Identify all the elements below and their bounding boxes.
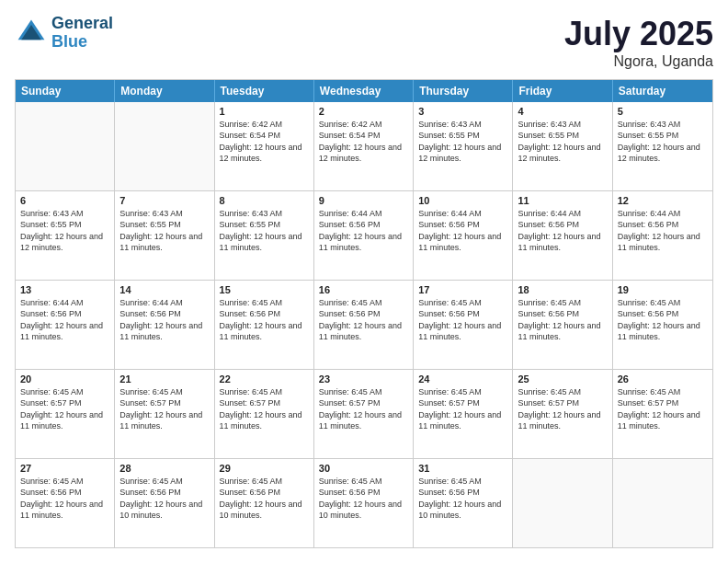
calendar-cell: 4Sunrise: 6:43 AMSunset: 6:55 PMDaylight… bbox=[513, 102, 612, 190]
calendar-cell: 10Sunrise: 6:44 AMSunset: 6:56 PMDayligh… bbox=[414, 191, 513, 280]
day-info: Sunrise: 6:43 AMSunset: 6:55 PMDaylight:… bbox=[618, 119, 708, 164]
calendar-cell: 21Sunrise: 6:45 AMSunset: 6:57 PMDayligh… bbox=[115, 370, 214, 458]
day-info: Sunrise: 6:45 AMSunset: 6:57 PMDaylight:… bbox=[220, 386, 309, 431]
day-number: 16 bbox=[319, 283, 408, 296]
calendar-cell: 8Sunrise: 6:43 AMSunset: 6:55 PMDaylight… bbox=[215, 191, 314, 280]
day-info: Sunrise: 6:45 AMSunset: 6:57 PMDaylight:… bbox=[518, 386, 607, 431]
calendar-header: SundayMondayTuesdayWednesdayThursdayFrid… bbox=[16, 80, 712, 102]
day-info: Sunrise: 6:43 AMSunset: 6:55 PMDaylight:… bbox=[20, 208, 109, 253]
calendar-cell bbox=[613, 459, 712, 547]
day-number: 6 bbox=[20, 194, 109, 207]
calendar-cell: 3Sunrise: 6:43 AMSunset: 6:55 PMDaylight… bbox=[414, 102, 513, 190]
calendar-cell: 2Sunrise: 6:42 AMSunset: 6:54 PMDaylight… bbox=[314, 102, 414, 190]
day-info: Sunrise: 6:45 AMSunset: 6:56 PMDaylight:… bbox=[220, 476, 309, 521]
day-info: Sunrise: 6:45 AMSunset: 6:57 PMDaylight:… bbox=[319, 386, 408, 431]
day-number: 17 bbox=[418, 283, 507, 296]
calendar-cell: 12Sunrise: 6:44 AMSunset: 6:56 PMDayligh… bbox=[613, 191, 712, 280]
day-number: 18 bbox=[518, 283, 607, 296]
day-info: Sunrise: 6:45 AMSunset: 6:56 PMDaylight:… bbox=[518, 297, 607, 342]
calendar-row: 6Sunrise: 6:43 AMSunset: 6:55 PMDaylight… bbox=[16, 190, 712, 280]
logo-line2: Blue bbox=[51, 33, 113, 52]
day-info: Sunrise: 6:45 AMSunset: 6:56 PMDaylight:… bbox=[119, 476, 209, 521]
day-info: Sunrise: 6:44 AMSunset: 6:56 PMDaylight:… bbox=[418, 208, 507, 253]
header-cell-tuesday: Tuesday bbox=[215, 80, 314, 102]
calendar-row: 27Sunrise: 6:45 AMSunset: 6:56 PMDayligh… bbox=[16, 458, 712, 547]
calendar-cell: 6Sunrise: 6:43 AMSunset: 6:55 PMDaylight… bbox=[16, 191, 115, 280]
calendar-cell: 19Sunrise: 6:45 AMSunset: 6:56 PMDayligh… bbox=[613, 281, 712, 369]
calendar-cell: 7Sunrise: 6:43 AMSunset: 6:55 PMDaylight… bbox=[115, 191, 214, 280]
header: General Blue July 2025 Ngora, Uganda bbox=[15, 15, 713, 70]
header-cell-saturday: Saturday bbox=[613, 80, 712, 102]
calendar-cell bbox=[513, 459, 612, 547]
day-info: Sunrise: 6:45 AMSunset: 6:57 PMDaylight:… bbox=[119, 386, 209, 431]
header-cell-wednesday: Wednesday bbox=[314, 80, 414, 102]
day-info: Sunrise: 6:45 AMSunset: 6:56 PMDaylight:… bbox=[319, 476, 408, 521]
day-info: Sunrise: 6:45 AMSunset: 6:57 PMDaylight:… bbox=[618, 386, 708, 431]
calendar-cell: 22Sunrise: 6:45 AMSunset: 6:57 PMDayligh… bbox=[215, 370, 314, 458]
logo-line1: General bbox=[51, 15, 113, 33]
day-info: Sunrise: 6:44 AMSunset: 6:56 PMDaylight:… bbox=[20, 297, 109, 342]
day-info: Sunrise: 6:42 AMSunset: 6:54 PMDaylight:… bbox=[220, 119, 309, 164]
day-number: 26 bbox=[618, 373, 708, 385]
day-number: 8 bbox=[220, 194, 309, 207]
calendar-cell: 24Sunrise: 6:45 AMSunset: 6:57 PMDayligh… bbox=[414, 370, 513, 458]
day-number: 3 bbox=[418, 105, 507, 118]
day-number: 31 bbox=[418, 462, 507, 475]
header-cell-sunday: Sunday bbox=[16, 80, 115, 102]
day-info: Sunrise: 6:45 AMSunset: 6:56 PMDaylight:… bbox=[418, 476, 507, 521]
calendar-cell: 1Sunrise: 6:42 AMSunset: 6:54 PMDaylight… bbox=[215, 102, 314, 190]
day-number: 23 bbox=[319, 373, 408, 385]
calendar-cell: 11Sunrise: 6:44 AMSunset: 6:56 PMDayligh… bbox=[513, 191, 612, 280]
calendar-cell bbox=[115, 102, 214, 190]
day-info: Sunrise: 6:45 AMSunset: 6:56 PMDaylight:… bbox=[20, 476, 109, 521]
day-info: Sunrise: 6:43 AMSunset: 6:55 PMDaylight:… bbox=[119, 208, 209, 253]
day-number: 21 bbox=[119, 373, 209, 385]
logo: General Blue bbox=[15, 15, 113, 52]
day-number: 14 bbox=[119, 283, 209, 296]
day-number: 29 bbox=[220, 462, 309, 475]
day-info: Sunrise: 6:44 AMSunset: 6:56 PMDaylight:… bbox=[618, 208, 708, 253]
title-block: July 2025 Ngora, Uganda bbox=[564, 15, 713, 70]
calendar-row: 13Sunrise: 6:44 AMSunset: 6:56 PMDayligh… bbox=[16, 280, 712, 369]
calendar-cell: 5Sunrise: 6:43 AMSunset: 6:55 PMDaylight… bbox=[613, 102, 712, 190]
day-number: 2 bbox=[319, 105, 408, 118]
day-info: Sunrise: 6:45 AMSunset: 6:56 PMDaylight:… bbox=[618, 297, 708, 342]
day-info: Sunrise: 6:43 AMSunset: 6:55 PMDaylight:… bbox=[418, 119, 507, 164]
calendar-cell: 26Sunrise: 6:45 AMSunset: 6:57 PMDayligh… bbox=[613, 370, 712, 458]
logo-icon bbox=[15, 17, 48, 50]
day-info: Sunrise: 6:43 AMSunset: 6:55 PMDaylight:… bbox=[220, 208, 309, 253]
day-info: Sunrise: 6:44 AMSunset: 6:56 PMDaylight:… bbox=[319, 208, 408, 253]
day-number: 11 bbox=[518, 194, 607, 207]
day-number: 19 bbox=[618, 283, 708, 296]
day-info: Sunrise: 6:42 AMSunset: 6:54 PMDaylight:… bbox=[319, 119, 408, 164]
calendar-cell bbox=[16, 102, 115, 190]
day-info: Sunrise: 6:43 AMSunset: 6:55 PMDaylight:… bbox=[518, 119, 607, 164]
header-cell-friday: Friday bbox=[513, 80, 612, 102]
day-number: 20 bbox=[20, 373, 109, 385]
calendar-cell: 14Sunrise: 6:44 AMSunset: 6:56 PMDayligh… bbox=[115, 281, 214, 369]
calendar-cell: 18Sunrise: 6:45 AMSunset: 6:56 PMDayligh… bbox=[513, 281, 612, 369]
header-cell-monday: Monday bbox=[115, 80, 214, 102]
day-info: Sunrise: 6:44 AMSunset: 6:56 PMDaylight:… bbox=[518, 208, 607, 253]
day-number: 27 bbox=[20, 462, 109, 475]
calendar-cell: 31Sunrise: 6:45 AMSunset: 6:56 PMDayligh… bbox=[414, 459, 513, 547]
calendar-cell: 23Sunrise: 6:45 AMSunset: 6:57 PMDayligh… bbox=[314, 370, 414, 458]
day-number: 28 bbox=[119, 462, 209, 475]
day-info: Sunrise: 6:45 AMSunset: 6:56 PMDaylight:… bbox=[319, 297, 408, 342]
day-number: 30 bbox=[319, 462, 408, 475]
page: General Blue July 2025 Ngora, Uganda Sun… bbox=[0, 0, 728, 563]
calendar-cell: 30Sunrise: 6:45 AMSunset: 6:56 PMDayligh… bbox=[314, 459, 414, 547]
day-info: Sunrise: 6:45 AMSunset: 6:56 PMDaylight:… bbox=[418, 297, 507, 342]
calendar-cell: 27Sunrise: 6:45 AMSunset: 6:56 PMDayligh… bbox=[16, 459, 115, 547]
day-info: Sunrise: 6:45 AMSunset: 6:57 PMDaylight:… bbox=[20, 386, 109, 431]
day-number: 9 bbox=[319, 194, 408, 207]
calendar-cell: 13Sunrise: 6:44 AMSunset: 6:56 PMDayligh… bbox=[16, 281, 115, 369]
day-info: Sunrise: 6:44 AMSunset: 6:56 PMDaylight:… bbox=[119, 297, 209, 342]
day-number: 4 bbox=[518, 105, 607, 118]
calendar-body: 1Sunrise: 6:42 AMSunset: 6:54 PMDaylight… bbox=[16, 102, 712, 547]
calendar: SundayMondayTuesdayWednesdayThursdayFrid… bbox=[15, 79, 713, 548]
logo-text: General Blue bbox=[51, 15, 113, 52]
calendar-cell: 28Sunrise: 6:45 AMSunset: 6:56 PMDayligh… bbox=[115, 459, 214, 547]
calendar-cell: 29Sunrise: 6:45 AMSunset: 6:56 PMDayligh… bbox=[215, 459, 314, 547]
calendar-row: 20Sunrise: 6:45 AMSunset: 6:57 PMDayligh… bbox=[16, 369, 712, 458]
